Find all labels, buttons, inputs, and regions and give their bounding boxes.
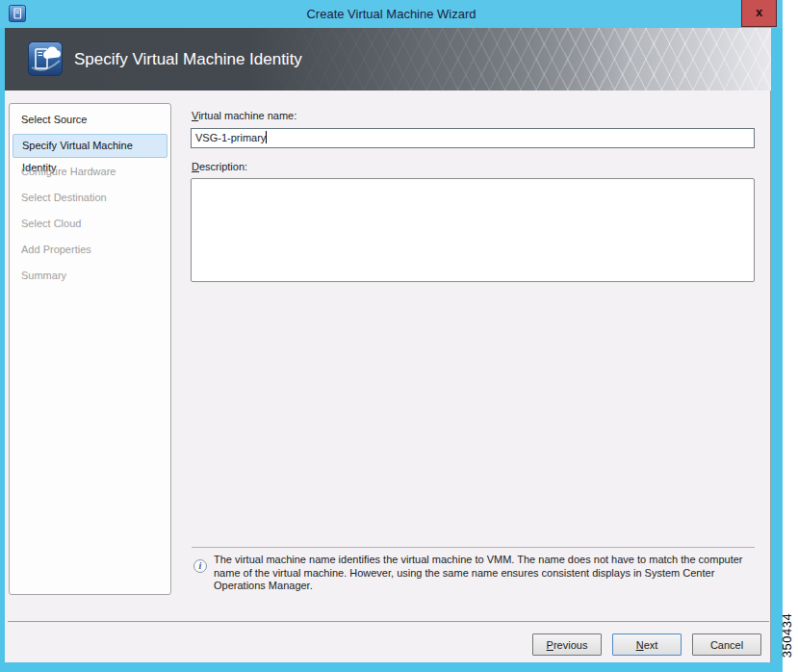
sidebar-item-specify-vm-identity[interactable]: Specify Virtual Machine Identity — [13, 134, 167, 158]
description-label: Description: — [192, 161, 247, 172]
title-bar[interactable]: Create Virtual Machine Wizard x — [0, 0, 783, 28]
previous-button[interactable]: Previous — [532, 633, 602, 656]
page-title: Specify Virtual Machine Identity — [74, 28, 302, 90]
vm-name-value: VSG-1-primary — [195, 132, 266, 143]
sidebar-item-summary[interactable]: Summary — [10, 263, 170, 289]
next-button[interactable]: Next — [612, 633, 682, 656]
cancel-button[interactable]: Cancel — [692, 633, 761, 656]
wizard-header: Specify Virtual Machine Identity — [5, 28, 771, 90]
info-separator — [192, 547, 755, 548]
info-icon: i — [193, 559, 207, 573]
wizard-steps-sidebar: Select Source Specify Virtual Machine Id… — [9, 103, 171, 595]
sidebar-item-select-destination[interactable]: Select Destination — [10, 185, 170, 211]
virtual-machine-icon — [28, 41, 63, 76]
client-area: Select Source Specify Virtual Machine Id… — [5, 90, 771, 662]
window-title: Create Virtual Machine Wizard — [0, 0, 783, 28]
info-note-text: The virtual machine name identifies the … — [214, 554, 755, 593]
sidebar-item-select-source[interactable]: Select Source — [10, 107, 170, 133]
text-caret — [266, 131, 267, 143]
sidebar-item-select-cloud[interactable]: Select Cloud — [10, 211, 170, 237]
figure-number: 350434 — [780, 599, 795, 672]
description-input[interactable] — [191, 178, 755, 282]
sidebar-item-add-properties[interactable]: Add Properties — [10, 237, 170, 263]
vm-name-input[interactable]: VSG-1-primary — [191, 128, 755, 148]
close-button[interactable]: x — [741, 0, 777, 27]
button-bar-separator — [8, 621, 769, 622]
sidebar-item-configure-hardware[interactable]: Configure Hardware — [10, 159, 170, 185]
vm-name-label: Virtual machine name: — [192, 110, 296, 121]
wizard-window: Create Virtual Machine Wizard x Specify … — [0, 0, 783, 672]
